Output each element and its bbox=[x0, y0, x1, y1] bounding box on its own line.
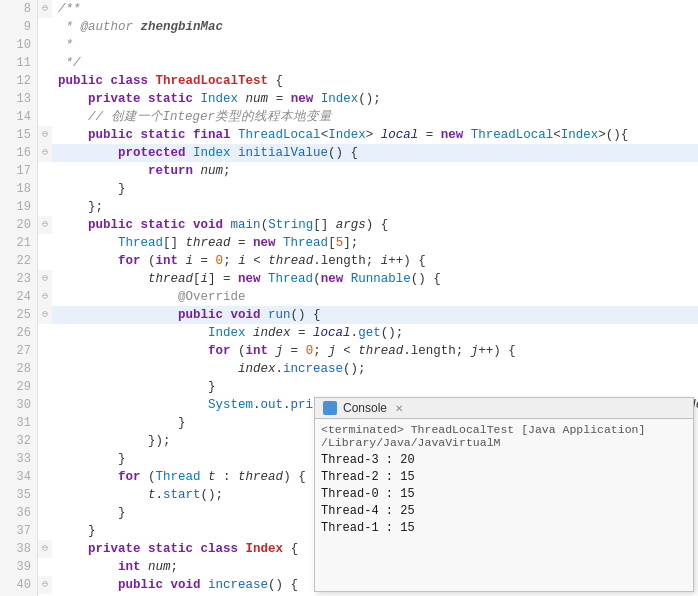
console-output-line: Thread-4 : 25 bbox=[321, 503, 687, 520]
code-text: public static void main(String[] args) { bbox=[52, 216, 698, 234]
code-line: 27 for (int j = 0; j < thread.length; j+… bbox=[0, 342, 698, 360]
line-number: 30 bbox=[0, 396, 38, 414]
line-number: 11 bbox=[0, 54, 38, 72]
code-text: } bbox=[52, 180, 698, 198]
code-text: } bbox=[52, 378, 698, 396]
line-number: 29 bbox=[0, 378, 38, 396]
console-panel: Console ✕ <terminated> ThreadLocalTest [… bbox=[314, 397, 694, 592]
console-title-bar: Console ✕ bbox=[315, 398, 693, 419]
line-number: 40 bbox=[0, 576, 38, 594]
line-number: 16 bbox=[0, 144, 38, 162]
fold-marker[interactable]: ⊖ bbox=[38, 306, 52, 324]
code-line: 28 index.increase(); bbox=[0, 360, 698, 378]
code-line: 24 ⊖ @Override bbox=[0, 288, 698, 306]
line-number: 35 bbox=[0, 486, 38, 504]
code-line: 18 } bbox=[0, 180, 698, 198]
console-output-line: Thread-2 : 15 bbox=[321, 469, 687, 486]
line-number: 21 bbox=[0, 234, 38, 252]
line-number: 36 bbox=[0, 504, 38, 522]
console-close-icon[interactable]: ✕ bbox=[395, 403, 403, 414]
fold-marker[interactable]: ⊖ bbox=[38, 576, 52, 594]
code-line: 22 for (int i = 0; i < thread.length; i+… bbox=[0, 252, 698, 270]
code-text: * @author zhengbinMac bbox=[52, 18, 698, 36]
code-line: 29 } bbox=[0, 378, 698, 396]
code-line: 13 private static Index num = new Index(… bbox=[0, 90, 698, 108]
fold-marker[interactable]: ⊖ bbox=[38, 144, 52, 162]
line-number: 24 bbox=[0, 288, 38, 306]
console-terminated-line: <terminated> ThreadLocalTest [Java Appli… bbox=[321, 423, 687, 449]
code-line: 15 ⊖ public static final ThreadLocal<Ind… bbox=[0, 126, 698, 144]
line-number: 39 bbox=[0, 558, 38, 576]
line-number: 23 bbox=[0, 270, 38, 288]
code-line: 17 return num; bbox=[0, 162, 698, 180]
line-number: 19 bbox=[0, 198, 38, 216]
line-number: 8 bbox=[0, 0, 38, 18]
code-line: 20 ⊖ public static void main(String[] ar… bbox=[0, 216, 698, 234]
code-line: 21 Thread[] thread = new Thread[5]; bbox=[0, 234, 698, 252]
code-text: public static final ThreadLocal<Index> l… bbox=[52, 126, 698, 144]
code-text: * bbox=[52, 36, 698, 54]
line-number: 15 bbox=[0, 126, 38, 144]
code-text: return num; bbox=[52, 162, 698, 180]
console-icon bbox=[323, 401, 337, 415]
line-number: 9 bbox=[0, 18, 38, 36]
console-output-line: Thread-0 : 15 bbox=[321, 486, 687, 503]
fold-marker[interactable]: ⊖ bbox=[38, 0, 52, 18]
code-editor: 8 ⊖ /** 9 * @author zhengbinMac 10 * 11 … bbox=[0, 0, 698, 596]
code-text: public void run() { bbox=[52, 306, 698, 324]
line-number: 26 bbox=[0, 324, 38, 342]
code-text: Index index = local.get(); bbox=[52, 324, 698, 342]
code-text: public class ThreadLocalTest { bbox=[52, 72, 698, 90]
line-number: 37 bbox=[0, 522, 38, 540]
line-number: 13 bbox=[0, 90, 38, 108]
code-line: 19 }; bbox=[0, 198, 698, 216]
code-line-active: 25 ⊖ public void run() { bbox=[0, 306, 698, 324]
fold-marker[interactable]: ⊖ bbox=[38, 126, 52, 144]
code-text: index.increase(); bbox=[52, 360, 698, 378]
code-text: private static Index num = new Index(); bbox=[52, 90, 698, 108]
line-number: 38 bbox=[0, 540, 38, 558]
code-text: @Override bbox=[52, 288, 698, 306]
code-text: /** bbox=[52, 0, 698, 18]
code-line: 11 */ bbox=[0, 54, 698, 72]
code-line: 23 ⊖ thread[i] = new Thread(new Runnable… bbox=[0, 270, 698, 288]
fold-marker[interactable]: ⊖ bbox=[38, 270, 52, 288]
console-body: <terminated> ThreadLocalTest [Java Appli… bbox=[315, 419, 693, 591]
line-number: 32 bbox=[0, 432, 38, 450]
code-line: 12 public class ThreadLocalTest { bbox=[0, 72, 698, 90]
code-line: 8 ⊖ /** bbox=[0, 0, 698, 18]
line-number: 27 bbox=[0, 342, 38, 360]
code-line: 26 Index index = local.get(); bbox=[0, 324, 698, 342]
line-number: 12 bbox=[0, 72, 38, 90]
code-line: 14 // 创建一个Integer类型的线程本地变量 bbox=[0, 108, 698, 126]
code-line: 9 * @author zhengbinMac bbox=[0, 18, 698, 36]
line-number: 28 bbox=[0, 360, 38, 378]
console-output-line: Thread-3 : 20 bbox=[321, 452, 687, 469]
fold-marker[interactable]: ⊖ bbox=[38, 288, 52, 306]
line-number: 31 bbox=[0, 414, 38, 432]
line-number: 17 bbox=[0, 162, 38, 180]
fold-marker[interactable]: ⊖ bbox=[38, 216, 52, 234]
code-text: protected Index initialValue() { bbox=[52, 144, 698, 162]
code-line-active: 16 ⊖ protected Index initialValue() { bbox=[0, 144, 698, 162]
line-number: 18 bbox=[0, 180, 38, 198]
code-text: Thread[] thread = new Thread[5]; bbox=[52, 234, 698, 252]
code-text: for (int j = 0; j < thread.length; j++) … bbox=[52, 342, 698, 360]
line-number: 20 bbox=[0, 216, 38, 234]
console-output-line: Thread-1 : 15 bbox=[321, 520, 687, 537]
line-number: 25 bbox=[0, 306, 38, 324]
console-tab-label[interactable]: Console bbox=[343, 401, 387, 415]
code-text: }; bbox=[52, 198, 698, 216]
code-line: 10 * bbox=[0, 36, 698, 54]
line-number: 34 bbox=[0, 468, 38, 486]
line-number: 33 bbox=[0, 450, 38, 468]
code-text: for (int i = 0; i < thread.length; i++) … bbox=[52, 252, 698, 270]
code-text: */ bbox=[52, 54, 698, 72]
line-number: 14 bbox=[0, 108, 38, 126]
line-number: 22 bbox=[0, 252, 38, 270]
line-number: 10 bbox=[0, 36, 38, 54]
code-text: // 创建一个Integer类型的线程本地变量 bbox=[52, 108, 698, 126]
fold-marker[interactable]: ⊖ bbox=[38, 540, 52, 558]
code-text: thread[i] = new Thread(new Runnable() { bbox=[52, 270, 698, 288]
